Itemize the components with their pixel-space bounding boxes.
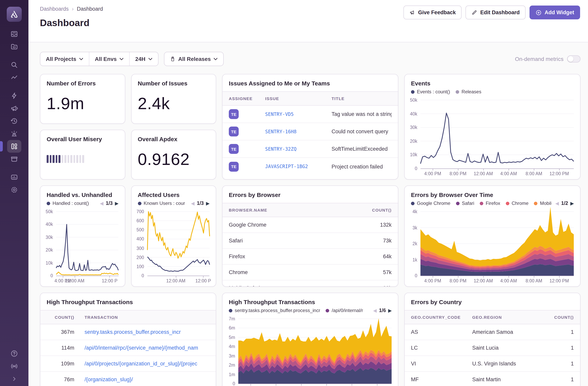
series-dot: [456, 202, 459, 205]
page-indicator: 1/6: [379, 308, 386, 313]
misery-bar: [67, 155, 69, 163]
widget-apdex[interactable]: Overall Apdex 0.9162: [131, 130, 216, 180]
legend-pager: ◀ 1/6 ▶: [373, 308, 392, 313]
sidebar-item-insights[interactable]: [7, 89, 21, 102]
prev-page-arrow[interactable]: ◀: [191, 201, 194, 205]
misery-bar: [64, 155, 66, 163]
sidebar: [0, 0, 28, 386]
sidebar-collapse[interactable]: [7, 373, 21, 385]
issue-link[interactable]: SENTRY-16H8: [265, 129, 332, 134]
prev-page-arrow[interactable]: ◀: [100, 201, 103, 205]
sentry-logo[interactable]: [7, 7, 22, 22]
sidebar-item-replays[interactable]: [7, 115, 21, 127]
prev-page-arrow[interactable]: ◀: [555, 201, 559, 205]
issue-link[interactable]: SENTRY-32ZQ: [265, 146, 332, 152]
handled-line-chart: 010k20k30k40k50k4:00 PM12:00 AM12:00 P: [40, 207, 125, 286]
sidebar-item-stats[interactable]: [7, 171, 21, 183]
releases-filter-group: All Releases: [164, 52, 224, 66]
page-filters: All Projects All Envs 24H: [40, 52, 158, 66]
sidebar-item-alerts[interactable]: [7, 127, 21, 140]
breadcrumb-dashboards[interactable]: Dashboards: [40, 6, 69, 12]
sidebar-item-settings[interactable]: [7, 183, 21, 196]
date-range-filter[interactable]: 24H: [130, 52, 158, 66]
sidebar-item-whats-new[interactable]: [7, 360, 21, 373]
environment-filter[interactable]: All Envs: [89, 52, 130, 66]
legend-item-process-incr[interactable]: sentry.tasks.process_buffer.process_incr: [229, 308, 320, 313]
events-line-chart: 010k20k30k40k50k4:00 PM8:00 PM12:00 AM4:…: [405, 95, 580, 179]
next-page-arrow[interactable]: ▶: [206, 201, 210, 205]
legend-item-api-internal[interactable]: /api/0/internal/r: [326, 308, 363, 313]
page-indicator: 1/2: [561, 201, 568, 206]
broadcast-icon: [10, 362, 18, 370]
avatar: TE: [229, 161, 239, 171]
sidebar-item-discover[interactable]: [7, 153, 21, 165]
widget-number-of-issues[interactable]: Number of Issues 2.4k: [131, 74, 216, 124]
legend-item-safari[interactable]: Safari: [456, 201, 474, 206]
edit-dashboard-button[interactable]: Edit Dashboard: [466, 5, 526, 19]
widget-number-of-errors[interactable]: Number of Errors 1.9m: [40, 74, 125, 124]
sidebar-item-feedback[interactable]: [7, 102, 21, 115]
sidebar-item-projects[interactable]: [7, 40, 21, 53]
table-row: TE SENTRY-32ZQ SoftTimeLimitExceeded: [222, 140, 398, 158]
widget-high-throughput-table[interactable]: High Throughput Transactions COUNT() TRA…: [40, 293, 216, 386]
widget-errors-by-browser[interactable]: Errors by Browser BROWSER.NAME COUNT() G…: [222, 185, 398, 287]
widget-errors-by-country[interactable]: Errors by Country GEO.COUNTRY_CODE GEO.R…: [404, 293, 581, 386]
table-header: ASSIGNEE ISSUE TITLE: [222, 91, 398, 106]
megaphone-icon: [10, 104, 18, 112]
misery-bar: [47, 155, 48, 163]
widget-user-misery[interactable]: Overall User Misery: [40, 130, 125, 180]
throughput-stacked-chart: 01m2m3m4m5m6m7m4:00 PM8:00 PM12:00 AM4:0…: [222, 314, 398, 386]
widget-title: Number of Errors: [40, 74, 125, 87]
add-widget-button[interactable]: Add Widget: [529, 5, 580, 19]
sidebar-item-dashboards[interactable]: [7, 140, 21, 153]
issue-link[interactable]: JAVASCRIPT-1BG2: [265, 164, 332, 169]
issue-link[interactable]: SENTRY-VD5: [265, 111, 332, 117]
widget-errors-by-browser-over-time[interactable]: Errors by Browser Over Time Google Chrom…: [404, 185, 581, 287]
next-page-arrow[interactable]: ▶: [115, 201, 118, 205]
breadcrumb-current: Dashboard: [77, 6, 103, 12]
legend-item-events[interactable]: Events : count(): [411, 89, 450, 94]
table-row: Mobile Safari33k: [222, 280, 398, 287]
next-page-arrow[interactable]: ▶: [570, 201, 574, 205]
table-header: COUNT() TRANSACTION: [40, 310, 216, 324]
legend-item-firefox[interactable]: Firefox: [480, 201, 500, 206]
widget-events[interactable]: Events Events : count() Releases 010k20k…: [404, 74, 581, 180]
widget-issues-assigned[interactable]: Issues Assigned to Me or My Teams ASSIGN…: [222, 74, 398, 180]
megaphone-icon: [409, 9, 415, 15]
legend-item-handled[interactable]: Handled : count(): [47, 201, 89, 206]
sidebar-item-explore[interactable]: [7, 59, 21, 71]
prev-page-arrow[interactable]: ◀: [373, 308, 377, 313]
table-row: VIU.S. Virgin Islands1: [405, 356, 580, 372]
filter-bar: All Projects All Envs 24H Al: [40, 52, 581, 66]
transaction-link[interactable]: sentry.tasks.process_buffer.process_incr: [84, 329, 210, 335]
legend-pager: ◀ 1/3 ▶: [191, 201, 210, 206]
sidebar-item-traces[interactable]: [7, 71, 21, 84]
legend-item-google-chrome[interactable]: Google Chrome: [411, 201, 450, 206]
transaction-link[interactable]: /{organization_slug}/: [84, 377, 210, 383]
widget-affected-users[interactable]: Affected Users Known Users : cour ◀ 1/3 …: [131, 185, 216, 287]
legend: Google Chrome Safari Firefox Chrome Mobi…: [405, 198, 580, 206]
misery-bar: [56, 155, 57, 163]
releases-filter[interactable]: All Releases: [164, 52, 223, 66]
table-row: LCSaint Lucia1: [405, 340, 580, 356]
sidebar-item-issues[interactable]: [7, 28, 21, 40]
table-row: 76m/{organization_slug}/: [40, 372, 216, 386]
sidebar-bottom: [0, 347, 28, 385]
next-page-arrow[interactable]: ▶: [388, 308, 392, 313]
chevron-down-icon: [120, 58, 124, 60]
widget-high-throughput-chart[interactable]: High Throughput Transactions sentry.task…: [222, 293, 398, 386]
series-dot: [47, 202, 50, 205]
project-filter[interactable]: All Projects: [40, 52, 89, 66]
transaction-link[interactable]: /api/0/projects/{organization_id_or_slug…: [84, 361, 210, 367]
transaction-link[interactable]: /api/0/internal/rpc/{service_name}/{meth…: [84, 345, 210, 351]
legend-item-releases[interactable]: Releases: [456, 89, 481, 94]
on-demand-toggle[interactable]: [567, 55, 581, 63]
legend-item-mobile-safari[interactable]: Mobile S: [534, 201, 551, 206]
misery-bar: [62, 155, 63, 163]
legend-item-known-users[interactable]: Known Users : cour: [138, 201, 185, 206]
legend-item-chrome[interactable]: Chrome: [506, 201, 528, 206]
widget-title: Affected Users: [131, 186, 216, 198]
sidebar-item-help[interactable]: [7, 347, 21, 360]
widget-handled-vs-unhandled[interactable]: Handled vs. Unhandled Handled : count() …: [40, 185, 125, 287]
give-feedback-button[interactable]: Give Feedback: [403, 5, 462, 19]
